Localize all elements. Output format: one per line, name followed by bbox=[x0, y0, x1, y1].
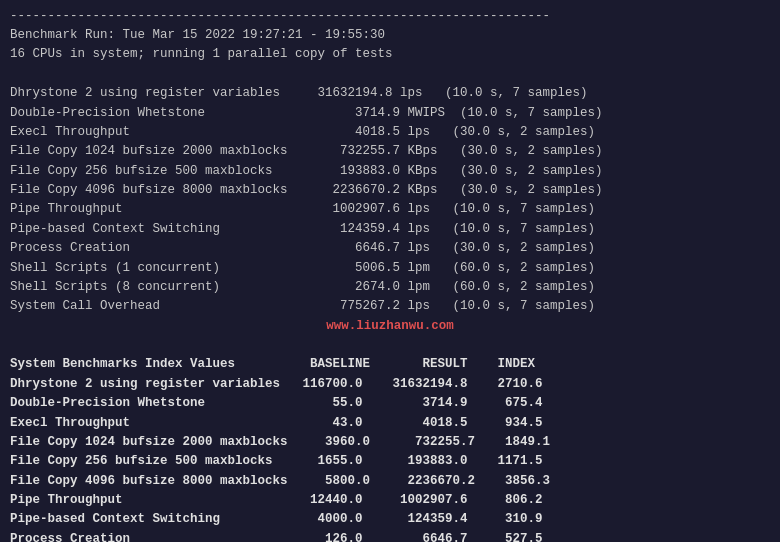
benchmark-row: Execl Throughput 4018.5 lps (30.0 s, 2 s… bbox=[10, 123, 770, 142]
benchmark-row: Shell Scripts (1 concurrent) 5006.5 lpm … bbox=[10, 259, 770, 278]
watermark: www.liuzhanwu.com bbox=[10, 317, 770, 336]
benchmark-row: File Copy 256 bufsize 500 maxblocks 1938… bbox=[10, 162, 770, 181]
index-row: Dhrystone 2 using register variables 116… bbox=[10, 375, 770, 394]
index-row: File Copy 1024 bufsize 2000 maxblocks 39… bbox=[10, 433, 770, 452]
benchmark-row: Process Creation 6646.7 lps (30.0 s, 2 s… bbox=[10, 239, 770, 258]
benchmark-row: Pipe-based Context Switching 124359.4 lp… bbox=[10, 220, 770, 239]
index-header: System Benchmarks Index Values BASELINE … bbox=[10, 355, 770, 374]
benchmark-row: Dhrystone 2 using register variables 316… bbox=[10, 84, 770, 103]
benchmark-row: System Call Overhead 775267.2 lps (10.0 … bbox=[10, 297, 770, 316]
header-line2: 16 CPUs in system; running 1 parallel co… bbox=[10, 45, 770, 64]
terminal-window: ----------------------------------------… bbox=[10, 6, 770, 542]
benchmark-row: Double-Precision Whetstone 3714.9 MWIPS … bbox=[10, 104, 770, 123]
benchmark-row: Shell Scripts (8 concurrent) 2674.0 lpm … bbox=[10, 278, 770, 297]
index-rows: Dhrystone 2 using register variables 116… bbox=[10, 375, 770, 542]
index-row: Double-Precision Whetstone 55.0 3714.9 6… bbox=[10, 394, 770, 413]
benchmark-results: Dhrystone 2 using register variables 316… bbox=[10, 84, 770, 317]
index-row: Process Creation 126.0 6646.7 527.5 bbox=[10, 530, 770, 542]
index-row: Pipe-based Context Switching 4000.0 1243… bbox=[10, 510, 770, 529]
benchmark-row: File Copy 4096 bufsize 8000 maxblocks 22… bbox=[10, 181, 770, 200]
benchmark-row: Pipe Throughput 1002907.6 lps (10.0 s, 7… bbox=[10, 200, 770, 219]
benchmark-row: File Copy 1024 bufsize 2000 maxblocks 73… bbox=[10, 142, 770, 161]
index-row: Execl Throughput 43.0 4018.5 934.5 bbox=[10, 414, 770, 433]
blank-line1 bbox=[10, 65, 770, 84]
divider-top: ----------------------------------------… bbox=[10, 6, 770, 26]
index-row: File Copy 256 bufsize 500 maxblocks 1655… bbox=[10, 452, 770, 471]
index-row: File Copy 4096 bufsize 8000 maxblocks 58… bbox=[10, 472, 770, 491]
index-row: Pipe Throughput 12440.0 1002907.6 806.2 bbox=[10, 491, 770, 510]
blank-line2 bbox=[10, 336, 770, 355]
header-line1: Benchmark Run: Tue Mar 15 2022 19:27:21 … bbox=[10, 26, 770, 45]
